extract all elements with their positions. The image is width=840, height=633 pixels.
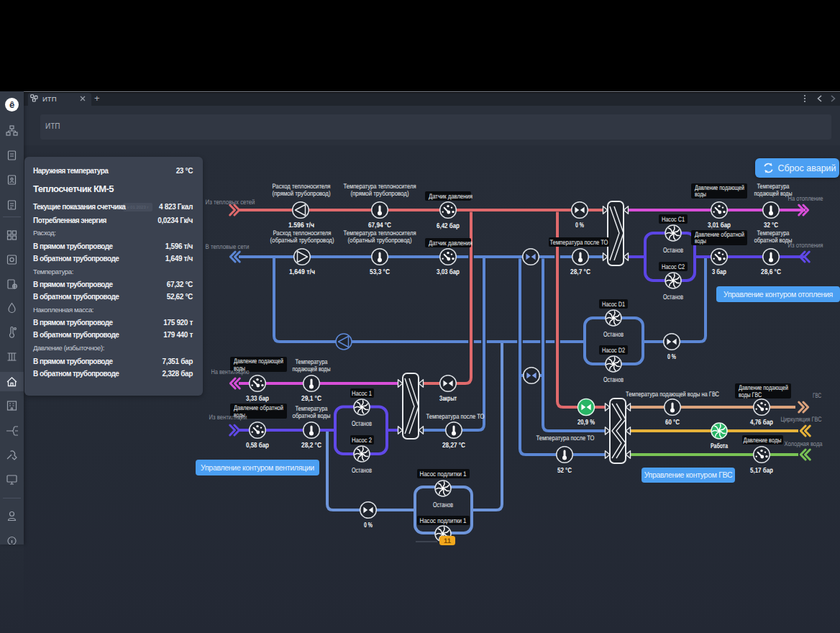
svg-text:Останов: Останов — [663, 293, 683, 301]
svg-text:Давление воды: Давление воды — [744, 437, 782, 445]
svg-text:(прямой трубопровод): (прямой трубопровод) — [351, 190, 409, 198]
svg-text:1.596 т/ч: 1.596 т/ч — [288, 222, 314, 229]
svg-text:воды ГВС: воды ГВС — [739, 391, 762, 399]
svg-text:28,27 °C: 28,27 °C — [442, 442, 465, 450]
svg-text:ГВС: ГВС — [813, 392, 821, 400]
svg-text:Останов: Останов — [433, 501, 453, 509]
svg-text:Закрыт: Закрыт — [439, 395, 457, 403]
svg-text:обратной воды: обратной воды — [293, 412, 331, 420]
svg-text:подающей воды: подающей воды — [754, 190, 793, 198]
svg-text:На вентиляцию: На вентиляцию — [211, 368, 250, 376]
svg-text:Насос подлитки 1: Насос подлитки 1 — [420, 470, 467, 478]
svg-text:воды: воды — [695, 237, 706, 245]
svg-text:(прямой трубопровод): (прямой трубопровод) — [273, 190, 331, 198]
svg-text:подающей воды: подающей воды — [293, 365, 331, 373]
svg-text:Останов: Останов — [603, 376, 624, 384]
svg-text:Насос 2: Насос 2 — [352, 437, 372, 445]
svg-text:Останов: Останов — [352, 467, 372, 475]
svg-text:52 °C: 52 °C — [557, 467, 572, 475]
svg-text:3,33 бар: 3,33 бар — [246, 395, 269, 403]
svg-text:(обратный трубопровод): (обратный трубопровод) — [348, 237, 412, 245]
svg-text:Из вентиляции: Из вентиляции — [209, 414, 247, 422]
svg-text:3,01 бар: 3,01 бар — [708, 222, 731, 229]
svg-text:28,6 °C: 28,6 °C — [761, 268, 781, 276]
svg-text:Холодная вода: Холодная вода — [785, 440, 823, 448]
svg-text:Насос D2: Насос D2 — [602, 347, 625, 355]
svg-text:Температура подающей воды на Г: Температура подающей воды на ГВС — [626, 391, 719, 399]
svg-text:Останов: Останов — [663, 247, 683, 255]
svg-text:(обратный трубопровод): (обратный трубопровод) — [270, 237, 334, 245]
svg-text:Останов: Останов — [603, 331, 624, 339]
svg-text:Датчик давления: Датчик давления — [429, 193, 472, 201]
svg-text:0 %: 0 % — [667, 353, 676, 361]
svg-text:На отопление: На отопление — [788, 195, 823, 203]
svg-text:Температура после ТО: Температура после ТО — [426, 413, 485, 421]
svg-text:53,3 °C: 53,3 °C — [370, 268, 390, 276]
svg-text:Насос подлитки 1: Насос подлитки 1 — [420, 517, 467, 525]
svg-text:Температура после ТО: Температура после ТО — [537, 434, 595, 442]
svg-text:В тепловые сети: В тепловые сети — [206, 243, 250, 251]
svg-text:3 бар: 3 бар — [712, 268, 726, 276]
svg-text:3,03 бар: 3,03 бар — [437, 268, 460, 276]
svg-text:67,94 °C: 67,94 °C — [368, 222, 391, 229]
svg-text:Из тепловых сетей: Из тепловых сетей — [206, 199, 255, 206]
svg-text:20,9 %: 20,9 % — [578, 419, 595, 427]
svg-text:Насос 1: Насос 1 — [352, 390, 372, 398]
svg-text:29,1 °C: 29,1 °C — [301, 395, 321, 403]
svg-text:6,42 бар: 6,42 бар — [437, 222, 460, 230]
svg-text:28,7 °C: 28,7 °C — [570, 268, 590, 276]
svg-text:60 °C: 60 °C — [665, 419, 680, 427]
svg-text:4,76 бар: 4,76 бар — [750, 419, 773, 427]
svg-text:Температура после ТО: Температура после ТО — [550, 239, 608, 247]
svg-text:Насос C1: Насос C1 — [662, 216, 685, 224]
svg-text:Насос C2: Насос C2 — [662, 263, 685, 271]
svg-text:Циркуляция ГВС: Циркуляция ГВС — [781, 416, 822, 424]
svg-text:Датчик давления: Датчик давления — [429, 240, 472, 247]
svg-text:0,58 бар: 0,58 бар — [246, 442, 269, 450]
svg-text:28,2 °C: 28,2 °C — [301, 442, 321, 450]
svg-text:1,649 т/ч: 1,649 т/ч — [289, 268, 315, 276]
svg-text:воды: воды — [695, 191, 706, 199]
svg-text:Насос D1: Насос D1 — [602, 301, 625, 309]
svg-text:11: 11 — [444, 537, 452, 545]
svg-text:32 °C: 32 °C — [764, 222, 778, 229]
svg-text:Останов: Останов — [352, 420, 372, 428]
svg-text:5,17 бар: 5,17 бар — [750, 467, 773, 475]
svg-text:Из отопления: Из отопления — [788, 242, 823, 250]
svg-text:обратной воды: обратной воды — [754, 237, 793, 245]
svg-text:0 %: 0 % — [364, 522, 373, 529]
svg-text:Работа: Работа — [711, 442, 728, 450]
svg-text:0 %: 0 % — [575, 222, 584, 229]
